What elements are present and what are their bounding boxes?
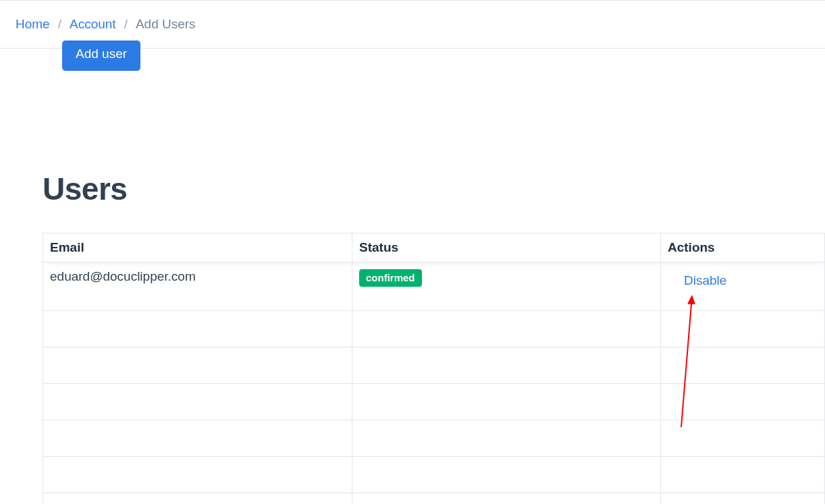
breadcrumb-separator: /	[58, 17, 61, 32]
breadcrumb-home-link[interactable]: Home	[16, 17, 50, 32]
table-row-empty	[43, 347, 825, 384]
table-row-empty	[43, 311, 825, 347]
users-table: Email Status Actions eduard@docuclipper.…	[43, 233, 825, 504]
disable-user-link[interactable]: Disable	[684, 273, 726, 288]
cell-actions: Disable	[661, 262, 825, 311]
table-header-row: Email Status Actions	[43, 233, 825, 262]
table-row: eduard@docuclipper.com confirmed Disable	[43, 262, 825, 311]
content-area: Add user Users Email Status Actions edua…	[0, 49, 825, 504]
status-badge: confirmed	[359, 269, 422, 287]
breadcrumb: Home / Account / Add Users	[16, 17, 196, 32]
table-header-email: Email	[43, 233, 352, 262]
table-row-empty	[43, 493, 825, 505]
users-table-wrap: Email Status Actions eduard@docuclipper.…	[43, 233, 825, 504]
table-header-status: Status	[352, 233, 661, 262]
table-header-actions: Actions	[661, 233, 825, 262]
breadcrumb-separator: /	[124, 17, 128, 32]
cell-email: eduard@docuclipper.com	[43, 262, 352, 311]
page-title: Users	[43, 171, 825, 207]
add-user-button[interactable]: Add user	[62, 40, 140, 71]
cell-status: confirmed	[352, 262, 661, 311]
table-row-empty	[43, 420, 825, 457]
table-row-empty	[43, 384, 825, 420]
table-row-empty	[43, 457, 825, 493]
breadcrumb-current: Add Users	[136, 17, 196, 32]
breadcrumb-account-link[interactable]: Account	[70, 17, 116, 32]
